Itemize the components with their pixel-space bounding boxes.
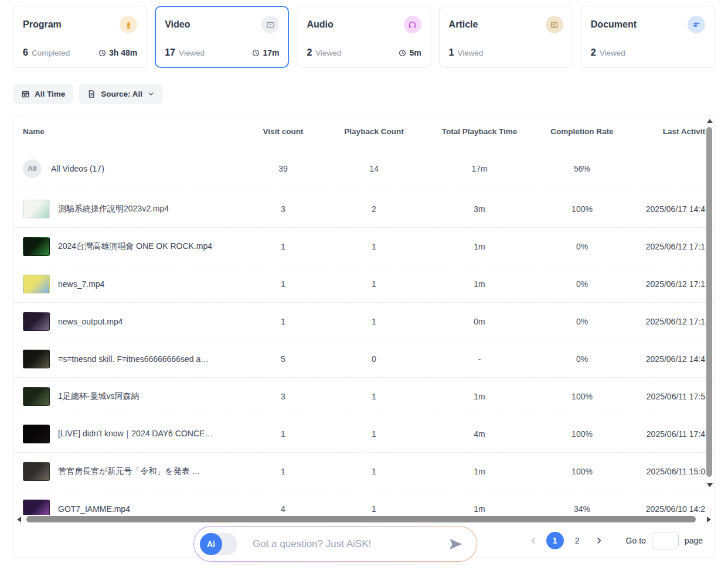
total-playback-time: - bbox=[424, 354, 535, 364]
table-row[interactable]: news_7.mp4 1 1 1m 0% 2025/06/12 17:1 bbox=[13, 265, 715, 303]
ai-toggle[interactable]: Ai bbox=[200, 533, 237, 555]
card-title: Document bbox=[591, 19, 637, 30]
video-name: All Videos (17) bbox=[51, 164, 104, 173]
table-row[interactable]: GOT7_IAMME.mp4 4 1 1m 34% 2025/06/10 14:… bbox=[13, 490, 715, 515]
visit-count: 1 bbox=[242, 429, 324, 439]
goto-page-input[interactable] bbox=[652, 532, 679, 549]
completion-rate: 0% bbox=[535, 279, 629, 289]
page-button-1[interactable]: 1 bbox=[546, 532, 564, 549]
scroll-right-icon[interactable] bbox=[707, 517, 711, 522]
total-time: 3h 48m bbox=[109, 48, 137, 57]
table-row[interactable]: 2024台灣高雄演唱會 ONE OK ROCK.mp4 1 1 1m 0% 20… bbox=[13, 228, 715, 265]
next-page-button[interactable] bbox=[591, 532, 607, 549]
total-playback-time: 17m bbox=[424, 164, 535, 173]
last-activity: 2025/06/12 17:1 bbox=[629, 279, 713, 289]
total-playback-time: 3m bbox=[424, 204, 535, 214]
total-playback-time: 1m bbox=[424, 392, 535, 401]
visit-count: 3 bbox=[242, 204, 324, 214]
vertical-scrollbar bbox=[705, 118, 713, 488]
visit-count: 1 bbox=[242, 317, 324, 326]
playback-count: 14 bbox=[324, 164, 424, 173]
viewed-label: Viewed bbox=[179, 49, 205, 57]
goto-label: Go to bbox=[626, 536, 646, 545]
completion-rate: 34% bbox=[535, 504, 629, 514]
last-activity: 2025/06/10 14:2 bbox=[629, 504, 713, 514]
chevron-down-icon bbox=[147, 90, 155, 98]
visit-count: 39 bbox=[242, 164, 324, 173]
total-playback-time: 0m bbox=[424, 317, 535, 326]
send-button[interactable] bbox=[448, 537, 462, 551]
card-article[interactable]: Article 1 Viewed bbox=[439, 6, 573, 68]
completion-rate: 0% bbox=[535, 317, 629, 326]
video-name: [LIVE] didn't know｜2024 DAY6 CONCE… bbox=[58, 429, 213, 439]
playback-count: 0 bbox=[324, 354, 424, 364]
ai-question-input[interactable]: Got a question? Just AiSK! bbox=[253, 538, 441, 550]
total-playback-time: 1m bbox=[424, 504, 535, 514]
viewed-count: 2 bbox=[307, 47, 312, 58]
column-header-completion-rate: Completion Rate bbox=[535, 127, 629, 136]
playback-count: 1 bbox=[324, 504, 424, 514]
card-video[interactable]: Video 17 Viewed 17m bbox=[155, 6, 289, 68]
source-filter-button[interactable]: Source: All bbox=[79, 84, 163, 104]
total-time: 5m bbox=[409, 48, 421, 57]
vertical-scrollbar-thumb[interactable] bbox=[706, 127, 712, 477]
viewed-label: Viewed bbox=[458, 49, 484, 57]
video-thumbnail bbox=[23, 350, 50, 368]
horizontal-scrollbar-thumb[interactable] bbox=[26, 516, 696, 522]
video-name: 菅官房長官が新元号「令和」を発表 … bbox=[58, 466, 200, 477]
card-program[interactable]: Program 6 Completed 3h 48m bbox=[13, 6, 147, 68]
total-playback-time: 1m bbox=[424, 467, 535, 476]
last-activity: 2025/06/11 17:4 bbox=[629, 429, 713, 439]
viewed-count: 17 bbox=[165, 47, 175, 58]
video-name: news_7.mp4 bbox=[58, 279, 104, 289]
page-button-2[interactable]: 2 bbox=[569, 532, 586, 549]
table-row[interactable]: =s=tnesnd skill. F=itnes66666666sed a… 5… bbox=[13, 340, 715, 378]
clock-icon bbox=[252, 49, 260, 57]
visit-count: 3 bbox=[242, 392, 324, 401]
video-thumbnail bbox=[23, 237, 50, 256]
last-activity: 2025/06/12 14:4 bbox=[629, 354, 713, 364]
completion-rate: 100% bbox=[535, 467, 629, 476]
page-label: page bbox=[685, 536, 703, 545]
scroll-left-icon[interactable] bbox=[17, 517, 21, 522]
card-document[interactable]: Document 2 Viewed bbox=[581, 6, 715, 68]
table-row[interactable]: news_output.mp4 1 1 0m 0% 2025/06/12 17:… bbox=[13, 303, 715, 340]
video-thumbnail bbox=[23, 275, 50, 293]
previous-page-button[interactable] bbox=[525, 532, 542, 549]
video-thumbnail bbox=[23, 387, 50, 406]
card-title: Article bbox=[449, 19, 478, 30]
total-time: 17m bbox=[263, 48, 279, 57]
playback-count: 1 bbox=[324, 392, 424, 401]
card-audio[interactable]: Audio 2 Viewed 5m bbox=[297, 6, 431, 68]
chevron-left-icon bbox=[529, 536, 538, 545]
table-row[interactable]: 菅官房長官が新元号「令和」を発表 … 1 1 1m 100% 2025/06/1… bbox=[13, 453, 715, 490]
table-header: Name Visit count Playback Count Total Pl… bbox=[13, 115, 715, 147]
card-title: Program bbox=[23, 19, 62, 30]
time-filter-button[interactable]: All Time bbox=[13, 84, 73, 104]
last-activity: 2025/06/12 17:1 bbox=[629, 317, 713, 326]
table-row[interactable]: [LIVE] didn't know｜2024 DAY6 CONCE… 1 1 … bbox=[13, 415, 715, 453]
playback-count: 1 bbox=[324, 429, 424, 439]
headphones-icon bbox=[404, 16, 421, 33]
scroll-up-icon[interactable] bbox=[707, 119, 713, 123]
completion-rate: 0% bbox=[535, 242, 629, 251]
table-row[interactable]: 測驗系統操作說明2023v2.mp4 3 2 3m 100% 2025/06/1… bbox=[13, 190, 715, 228]
playback-count: 1 bbox=[324, 242, 424, 251]
playback-count: 1 bbox=[324, 279, 424, 289]
last-activity: 2025/06/12 17:1 bbox=[629, 242, 713, 251]
video-thumbnail bbox=[23, 500, 50, 515]
file-icon bbox=[87, 90, 96, 98]
last-activity: 2025/06/11 17:5 bbox=[629, 392, 713, 401]
table-row-all-videos[interactable]: All All Videos (17) 39 14 17m 56% bbox=[13, 147, 715, 190]
total-playback-time: 4m bbox=[424, 429, 535, 439]
completion-rate: 100% bbox=[535, 429, 629, 439]
viewed-count: 2 bbox=[591, 47, 596, 58]
video-thumbnail bbox=[23, 200, 50, 218]
calendar-icon bbox=[21, 90, 30, 98]
table-row[interactable]: 1足總杯-曼城vs阿森納 3 1 1m 100% 2025/06/11 17:5 bbox=[13, 378, 715, 415]
clock-icon bbox=[98, 49, 106, 57]
filter-bar: All Time Source: All bbox=[13, 84, 715, 104]
scroll-down-icon[interactable] bbox=[707, 483, 713, 487]
visit-count: 1 bbox=[242, 467, 324, 476]
completion-rate: 56% bbox=[535, 164, 629, 173]
